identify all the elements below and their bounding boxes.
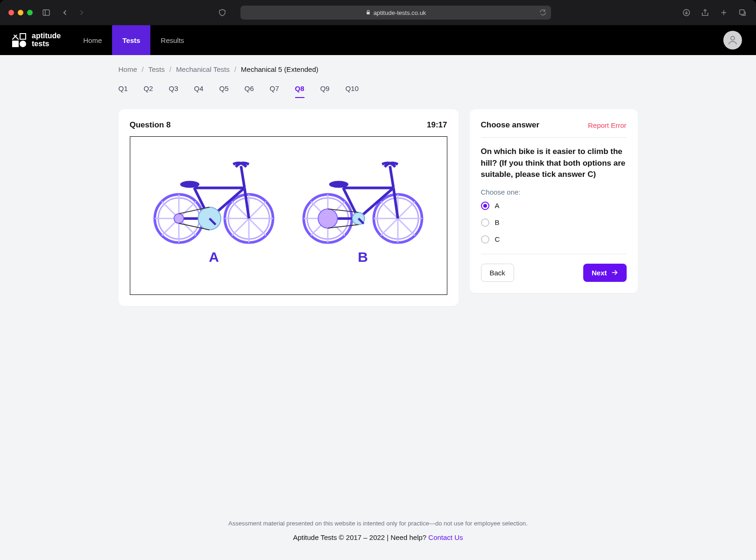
browser-chrome: aptitude-tests.co.uk <box>0 0 756 25</box>
svg-point-8 <box>731 36 735 40</box>
nav-buttons <box>60 7 87 18</box>
logo-mark-icon <box>12 33 26 47</box>
back-icon[interactable] <box>60 7 70 18</box>
qtab-q3[interactable]: Q3 <box>169 84 178 98</box>
next-button-label: Next <box>592 269 607 277</box>
nav-home[interactable]: Home <box>73 25 112 55</box>
tab-overview-icon[interactable] <box>737 7 748 18</box>
crumb-sep: / <box>234 65 236 73</box>
shield-icon[interactable] <box>217 7 227 18</box>
svg-line-48 <box>390 166 394 188</box>
crumb-home[interactable]: Home <box>119 65 137 73</box>
question-image: A <box>130 136 447 295</box>
report-error-link[interactable]: Report Error <box>588 121 627 129</box>
qtab-q10[interactable]: Q10 <box>346 84 359 98</box>
option-b[interactable]: B <box>481 218 627 227</box>
bike-a-label: A <box>144 249 284 265</box>
answer-options: ABC <box>481 202 627 254</box>
bike-a-illustration <box>144 152 284 247</box>
question-text: On which bike is it easier to climb the … <box>481 138 627 188</box>
logo-text-1: aptitude <box>32 32 61 40</box>
answer-title: Choose answer <box>481 120 540 130</box>
sidebar-toggle-icon[interactable] <box>41 7 51 18</box>
answer-card: Choose answer Report Error On which bike… <box>470 109 638 293</box>
crumb-sep: / <box>170 65 171 73</box>
reload-icon[interactable] <box>539 9 546 17</box>
logo-text-2: tests <box>32 40 61 48</box>
back-button[interactable]: Back <box>481 264 514 282</box>
svg-rect-7 <box>740 10 744 14</box>
qtab-q2[interactable]: Q2 <box>144 84 153 98</box>
new-tab-icon[interactable] <box>719 7 729 18</box>
site-logo[interactable]: aptitude tests <box>0 25 73 55</box>
qtab-q7[interactable]: Q7 <box>270 84 279 98</box>
breadcrumb: Home/Tests/Mechanical Tests/Mechanical 5… <box>119 55 638 78</box>
next-button[interactable]: Next <box>583 264 627 282</box>
avatar[interactable] <box>723 31 742 49</box>
forward-icon[interactable] <box>77 7 87 18</box>
crumb-tests[interactable]: Tests <box>148 65 165 73</box>
qtab-q9[interactable]: Q9 <box>320 84 330 98</box>
qtab-q5[interactable]: Q5 <box>219 84 229 98</box>
option-c[interactable]: C <box>481 235 627 244</box>
url-bar[interactable]: aptitude-tests.co.uk <box>240 6 551 20</box>
svg-point-27 <box>180 181 199 188</box>
option-label: B <box>495 218 500 226</box>
option-label: A <box>495 202 500 210</box>
question-header: Question 8 <box>130 120 171 130</box>
crumb-mechanical-tests[interactable]: Mechanical Tests <box>176 65 230 73</box>
crumb-sep: / <box>142 65 144 73</box>
qtab-q6[interactable]: Q6 <box>245 84 254 98</box>
url-text: aptitude-tests.co.uk <box>374 9 426 16</box>
maximize-window-icon[interactable] <box>27 10 33 15</box>
traffic-lights <box>8 10 33 15</box>
footer-copyright: Aptitude Tests © 2017 – 2022 | Need help… <box>293 533 428 541</box>
nav-results[interactable]: Results <box>150 25 194 55</box>
svg-point-49 <box>329 181 348 188</box>
close-window-icon[interactable] <box>8 10 14 15</box>
radio-icon <box>481 218 489 227</box>
minimize-window-icon[interactable] <box>18 10 23 15</box>
option-label: C <box>495 235 500 243</box>
main-nav: HomeTestsResults <box>73 25 194 55</box>
arrow-right-icon <box>611 269 618 276</box>
bike-b-illustration <box>293 152 433 247</box>
svg-point-29 <box>174 214 184 224</box>
nav-tests[interactable]: Tests <box>112 25 150 55</box>
svg-point-51 <box>318 209 337 228</box>
contact-us-link[interactable]: Contact Us <box>428 533 463 541</box>
bike-b-label: B <box>293 249 433 265</box>
option-a[interactable]: A <box>481 202 627 210</box>
question-tabs: Q1Q2Q3Q4Q5Q6Q7Q8Q9Q10 <box>119 78 638 109</box>
question-card: Question 8 19:17 <box>119 109 459 306</box>
downloads-icon[interactable] <box>681 7 692 18</box>
site-header: aptitude tests HomeTestsResults <box>0 25 756 55</box>
radio-icon <box>481 202 489 210</box>
qtab-q1[interactable]: Q1 <box>119 84 128 98</box>
svg-line-47 <box>359 188 394 219</box>
footer: Assessment material presented on this we… <box>0 506 756 560</box>
radio-icon <box>481 235 489 244</box>
qtab-q4[interactable]: Q4 <box>194 84 204 98</box>
svg-line-26 <box>241 166 245 188</box>
svg-rect-0 <box>43 10 49 15</box>
share-icon[interactable] <box>700 7 710 18</box>
back-button-label: Back <box>490 269 505 277</box>
footer-disclaimer: Assessment material presented on this we… <box>0 520 756 527</box>
lock-icon <box>366 9 371 16</box>
timer: 19:17 <box>427 120 447 130</box>
choose-one-label: Choose one: <box>481 188 627 196</box>
crumb-current: Mechanical 5 (Extended) <box>241 65 318 73</box>
qtab-q8[interactable]: Q8 <box>295 84 304 98</box>
user-icon <box>727 35 738 46</box>
